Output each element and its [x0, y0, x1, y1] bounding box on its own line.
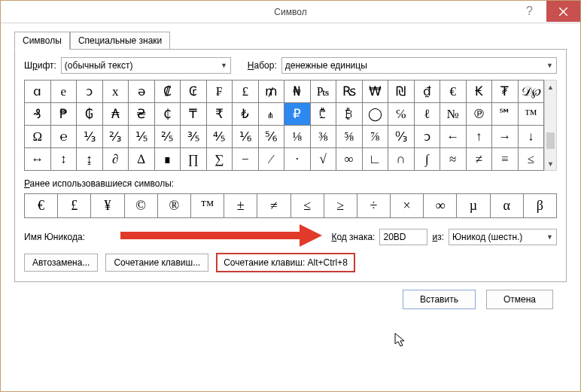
symbol-cell[interactable]: ə [129, 81, 155, 103]
symbol-cell[interactable]: e [51, 81, 78, 103]
scroll-up-icon[interactable]: ▲ [545, 81, 556, 93]
symbol-cell[interactable]: ℓ [415, 103, 441, 126]
symbol-cell[interactable]: ◯ [363, 103, 389, 126]
scroll-track[interactable] [545, 93, 556, 157]
recent-symbol-cell[interactable]: ≥ [324, 194, 357, 218]
symbol-cell[interactable]: ↕ [51, 148, 78, 171]
symbol-cell[interactable]: ∫ [415, 148, 441, 171]
symbol-cell[interactable]: ⅚ [259, 126, 285, 148]
symbol-cell[interactable]: ₫ [415, 81, 441, 103]
symbol-cell[interactable]: ↑ [467, 126, 493, 148]
symbol-cell[interactable]: ™ [519, 103, 545, 126]
symbol-cell[interactable]: ∞ [336, 148, 363, 171]
symbol-cell[interactable]: 𝒟℘ [519, 81, 545, 103]
help-button[interactable]: ? [513, 1, 546, 22]
symbol-cell[interactable]: ₴ [129, 103, 155, 126]
symbol-cell[interactable]: ₵ [155, 103, 181, 126]
symbol-cell[interactable]: ₸ [181, 103, 207, 126]
symbol-cell[interactable]: ₤ [233, 81, 259, 103]
symbol-cell[interactable]: ℗ [467, 103, 493, 126]
insert-button[interactable]: Вставить [403, 290, 476, 309]
symbol-cell[interactable]: € [440, 81, 467, 103]
recent-symbol-cell[interactable]: µ [457, 194, 490, 218]
recent-symbol-cell[interactable]: ≠ [257, 194, 290, 218]
symbol-cell[interactable]: ₧ [311, 81, 337, 103]
symbol-cell[interactable]: ₳ [103, 103, 129, 126]
symbol-cell[interactable]: ℠ [492, 103, 519, 126]
symbol-cell[interactable]: ₪ [388, 81, 415, 103]
symbol-cell[interactable]: № [440, 103, 467, 126]
recent-symbol-cell[interactable]: ± [224, 194, 257, 218]
symbol-cell[interactable]: ₦ [284, 81, 311, 103]
symbol-cell[interactable]: ⅞ [363, 126, 389, 148]
char-code-input[interactable] [379, 229, 427, 245]
cancel-button[interactable]: Отмена [486, 290, 553, 309]
symbol-cell[interactable]: ⅔ [103, 126, 129, 148]
symbol-cell[interactable]: ↨ [77, 148, 103, 171]
recent-symbol-cell[interactable]: ÷ [357, 194, 391, 218]
symbol-cell[interactable]: ₥ [259, 81, 285, 103]
symbol-cell[interactable]: ₣ [207, 81, 233, 103]
symbol-cell[interactable]: − [233, 148, 259, 171]
recent-symbol-cell[interactable]: ∞ [424, 194, 457, 218]
symbol-cell[interactable]: ⅓ [77, 126, 103, 148]
tab-special[interactable]: Специальные знаки [70, 32, 170, 50]
symbol-cell[interactable]: ↄ [415, 126, 441, 148]
symbol-cell[interactable]: ⅖ [155, 126, 181, 148]
symbol-cell[interactable]: ₹ [207, 103, 233, 126]
from-select[interactable]: Юникод (шестн.)▼ [449, 229, 557, 245]
recent-symbol-cell[interactable]: € [25, 194, 58, 218]
recent-symbol-cell[interactable]: ® [158, 194, 191, 218]
tab-symbols[interactable]: Символы [14, 32, 70, 50]
symbol-cell[interactable]: ∕ [259, 148, 285, 171]
symbol-cell[interactable]: ⅛ [284, 126, 311, 148]
symbol-cell[interactable]: ≈ [440, 148, 467, 171]
symbol-cell[interactable]: ₭ [467, 81, 493, 103]
recent-symbol-cell[interactable]: ¥ [91, 194, 124, 218]
symbol-cell[interactable]: ⅙ [233, 126, 259, 148]
close-button[interactable] [546, 1, 580, 22]
symbol-cell[interactable]: ₡ [155, 81, 181, 103]
symbol-cell[interactable]: ₮ [492, 81, 519, 103]
symbol-cell[interactable]: ↓ [519, 126, 545, 148]
recent-symbol-cell[interactable]: × [391, 194, 424, 218]
symbol-cell[interactable]: Ω [25, 126, 51, 148]
symbol-cell[interactable]: ⅝ [336, 126, 363, 148]
symbol-cell[interactable]: ∏ [181, 148, 207, 171]
symbol-cell[interactable]: ɔ [77, 81, 103, 103]
symbol-cell[interactable]: ₰ [25, 103, 51, 126]
recent-symbol-cell[interactable]: ™ [191, 194, 224, 218]
recent-symbol-cell[interactable]: © [125, 194, 158, 218]
symbol-cell[interactable]: ₲ [77, 103, 103, 126]
symbol-cell[interactable]: ∆ [129, 148, 155, 171]
symbol-cell[interactable]: ₱ [51, 103, 78, 126]
font-select[interactable]: (обычный текст)▼ [61, 57, 231, 74]
subset-select[interactable]: денежные единицы▼ [281, 57, 557, 74]
symbol-cell[interactable]: ⅜ [311, 126, 337, 148]
symbol-cell[interactable]: ∩ [388, 148, 415, 171]
symbol-cell[interactable]: ≤ [519, 148, 545, 171]
symbol-cell[interactable]: ← [440, 126, 467, 148]
symbol-cell[interactable]: ⅗ [181, 126, 207, 148]
symbol-cell[interactable]: ∎ [155, 148, 181, 171]
symbol-cell[interactable]: ₼ [259, 103, 285, 126]
symbol-cell[interactable]: x [103, 81, 129, 103]
autocorrect-button[interactable]: Автозамена... [24, 254, 98, 272]
symbol-cell[interactable]: ≠ [467, 148, 493, 171]
symbol-cell[interactable]: ₾ [311, 103, 337, 126]
symbol-cell[interactable]: √ [311, 148, 337, 171]
recent-symbol-cell[interactable]: β [524, 194, 557, 218]
grid-scrollbar[interactable]: ▲ ▼ [544, 80, 557, 171]
symbol-cell[interactable]: ∟ [363, 148, 389, 171]
symbol-cell[interactable]: ⅕ [129, 126, 155, 148]
symbol-cell[interactable]: ₿ [336, 103, 363, 126]
symbol-cell[interactable]: ↔ [25, 148, 51, 171]
recent-symbol-cell[interactable]: £ [58, 194, 91, 218]
symbol-cell[interactable]: ₺ [233, 103, 259, 126]
symbol-cell[interactable]: ₢ [181, 81, 207, 103]
symbol-cell[interactable]: ≡ [492, 148, 519, 171]
symbol-cell[interactable]: ℅ [388, 103, 415, 126]
symbol-cell[interactable]: ɑ [25, 81, 51, 103]
symbol-cell[interactable]: → [492, 126, 519, 148]
symbol-cell[interactable]: ∂ [103, 148, 129, 171]
